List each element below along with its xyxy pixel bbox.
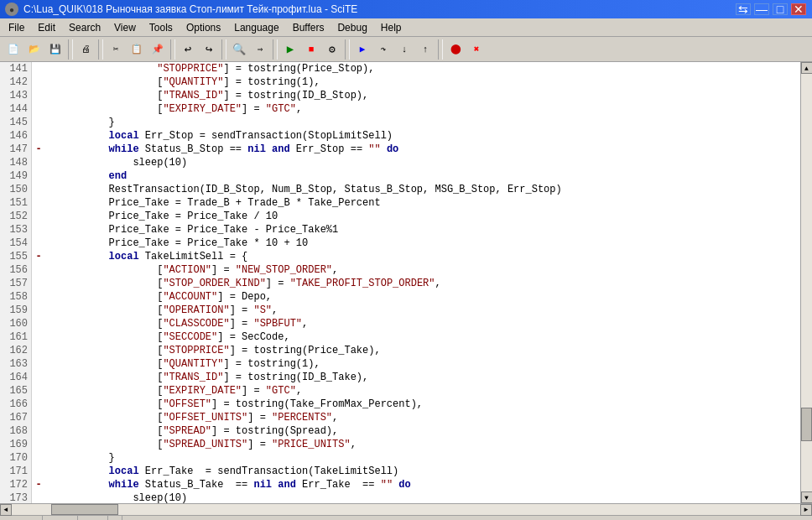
code-line-167[interactable]: ["OFFSET_UNITS"] = "PERCENTS", [32, 411, 800, 424]
toolbar-sep7 [438, 39, 443, 60]
code-line-155[interactable]: - local TakeLimitSell = { [32, 250, 800, 263]
menu-search[interactable]: Search [62, 18, 107, 36]
scroll-up-button[interactable]: ▲ [801, 62, 813, 74]
code-editor[interactable]: "STOPPRICE"] = tostring(Price_Stop), ["Q… [32, 62, 800, 503]
code-text-158: ["ACCOUNT"] = Depo, [57, 290, 272, 304]
code-line-164[interactable]: ["TRANS_ID"] = tostring(ID_B_Take), [32, 371, 800, 384]
line-number-141: 141 [0, 62, 31, 75]
paste-button[interactable]: 📌 [148, 39, 168, 60]
menu-tools[interactable]: Tools [143, 18, 180, 36]
code-line-159[interactable]: ["OPERATION"] = "S", [32, 304, 800, 317]
code-line-146[interactable]: local Err_Stop = sendTransaction(StopLim… [32, 129, 800, 143]
scroll-track[interactable] [801, 74, 812, 491]
code-line-148[interactable]: sleep(10) [32, 156, 800, 169]
minimize-button[interactable]: — [754, 3, 769, 15]
code-line-162[interactable]: ["STOPPRICE"] = tostring(Price_Take), [32, 344, 800, 357]
abort-button[interactable]: ✖ [466, 39, 487, 60]
code-text-147: while Status_B_Stop == nil and Err_Stop … [57, 143, 398, 156]
debug-out-button[interactable]: ↑ [415, 39, 435, 60]
hscroll-thumb[interactable] [51, 504, 118, 515]
code-line-171[interactable]: local Err_Take = sendTransaction(TakeLim… [32, 465, 800, 478]
toolbar-sep2 [98, 39, 103, 60]
line-number-151: 151 [0, 196, 31, 210]
editor-area: 1411421431441451461471481491501511521531… [0, 62, 812, 503]
line-number-166: 166 [0, 398, 31, 411]
find-next-button[interactable]: ⇒ [250, 39, 270, 60]
title-bar: ● C:\Lua_QUIK\018 Рыночная заявка Стоп-л… [0, 0, 812, 18]
save-button[interactable]: 💾 [45, 39, 65, 60]
cut-button[interactable]: ✂ [106, 39, 126, 60]
menu-file[interactable]: File [2, 18, 31, 36]
code-line-154[interactable]: Price_Take = Price_Take * 10 + 10 [32, 237, 800, 250]
code-line-143[interactable]: ["TRANS_ID"] = tostring(ID_B_Stop), [32, 89, 800, 102]
menu-help[interactable]: Help [374, 18, 409, 36]
copy-button[interactable]: 📋 [127, 39, 147, 60]
menu-debug[interactable]: Debug [331, 18, 373, 36]
restore-button[interactable]: ⇆ [736, 3, 751, 15]
code-text-155: local TakeLimitSell = { [57, 250, 247, 263]
menu-edit[interactable]: Edit [31, 18, 62, 36]
code-line-168[interactable]: ["SPREAD"] = tostring(Spread), [32, 424, 800, 438]
code-line-166[interactable]: ["OFFSET"] = tostring(Take_FromMax_Perce… [32, 398, 800, 411]
hscroll-right-button[interactable]: ► [800, 504, 812, 516]
code-line-151[interactable]: Price_Take = Trade_B + Trade_B * Take_Pe… [32, 196, 800, 210]
code-line-160[interactable]: ["CLASSCODE"] = "SPBFUT", [32, 317, 800, 330]
code-line-142[interactable]: ["QUANTITY"] = tostring(1), [32, 75, 800, 89]
code-line-141[interactable]: "STOPPRICE"] = tostring(Price_Stop), [32, 62, 800, 75]
code-line-157[interactable]: ["STOP_ORDER_KIND"] = "TAKE_PROFIT_STOP_… [32, 277, 800, 290]
toolbar: 📄 📂 💾 🖨 ✂ 📋 📌 ↩ ↪ 🔍 ⇒ ▶ ■ ⚙ ▶ ↷ ↓ ↑ ⬤ ✖ [0, 37, 812, 62]
debug-go-button[interactable]: ▶ [352, 39, 372, 60]
line-number-148: 148 [0, 156, 31, 169]
code-line-149[interactable]: end [32, 169, 800, 183]
find-button[interactable]: 🔍 [229, 39, 249, 60]
redo-button[interactable]: ↪ [199, 39, 219, 60]
menu-language[interactable]: Language [227, 18, 285, 36]
menu-buffers[interactable]: Buffers [286, 18, 331, 36]
code-text-166: ["OFFSET"] = tostring(Take_FromMax_Perce… [57, 398, 423, 411]
code-line-150[interactable]: RestTransaction(ID_B_Stop, Num_B_Stop, S… [32, 183, 800, 196]
line-number-157: 157 [0, 277, 31, 290]
code-line-156[interactable]: ["ACTION"] = "NEW_STOP_ORDER", [32, 263, 800, 277]
code-text-162: ["STOPPRICE"] = tostring(Price_Take), [57, 344, 381, 357]
print-button[interactable]: 🖨 [75, 39, 96, 60]
run-button[interactable]: ▶ [280, 39, 300, 60]
maximize-button[interactable]: □ [773, 3, 788, 15]
close-button[interactable]: ✕ [791, 3, 806, 15]
code-line-173[interactable]: sleep(10) [32, 491, 800, 503]
vertical-scrollbar[interactable]: ▲ ▼ [800, 62, 812, 503]
marker-col-147: - [32, 143, 45, 156]
code-line-163[interactable]: ["QUANTITY"] = tostring(1), [32, 357, 800, 371]
code-line-145[interactable]: } [32, 116, 800, 129]
status-col: Col 8 [46, 516, 79, 520]
window-title: C:\Lua_QUIK\018 Рыночная заявка Стоп-лим… [23, 3, 357, 15]
horizontal-scrollbar[interactable]: ◄ ► [0, 503, 812, 515]
scroll-thumb[interactable] [801, 408, 812, 441]
new-button[interactable]: 📄 [3, 39, 23, 60]
code-line-161[interactable]: ["SECCODE"] = SecCode, [32, 330, 800, 344]
build-button[interactable]: ⚙ [322, 39, 342, 60]
debug-over-button[interactable]: ↷ [373, 39, 393, 60]
hscroll-track[interactable] [12, 504, 800, 515]
stop-button[interactable]: ■ [301, 39, 321, 60]
code-line-165[interactable]: ["EXPIRY_DATE"] = "GTC", [32, 384, 800, 398]
line-number-152: 152 [0, 210, 31, 223]
code-line-158[interactable]: ["ACCOUNT"] = Depo, [32, 290, 800, 304]
line-number-144: 144 [0, 102, 31, 116]
code-line-172[interactable]: - while Status_B_Take == nil and Err_Tak… [32, 478, 800, 491]
code-line-170[interactable]: } [32, 451, 800, 465]
debug-into-button[interactable]: ↓ [394, 39, 414, 60]
breakpoint-button[interactable]: ⬤ [445, 39, 466, 60]
code-line-144[interactable]: ["EXPIRY_DATE"] = "GTC", [32, 102, 800, 116]
open-button[interactable]: 📂 [24, 39, 44, 60]
menu-view[interactable]: View [107, 18, 143, 36]
code-line-147[interactable]: - while Status_B_Stop == nil and Err_Sto… [32, 143, 800, 156]
menu-options[interactable]: Options [180, 18, 227, 36]
scroll-down-button[interactable]: ▼ [801, 491, 813, 503]
code-line-152[interactable]: Price_Take = Price_Take / 10 [32, 210, 800, 223]
line-number-158: 158 [0, 290, 31, 304]
code-text-145: } [57, 116, 115, 129]
code-line-169[interactable]: ["SPREAD_UNITS"] = "PRICE_UNITS", [32, 438, 800, 451]
undo-button[interactable]: ↩ [178, 39, 198, 60]
code-line-153[interactable]: Price_Take = Price_Take - Price_Take%1 [32, 223, 800, 237]
hscroll-left-button[interactable]: ◄ [0, 504, 12, 516]
